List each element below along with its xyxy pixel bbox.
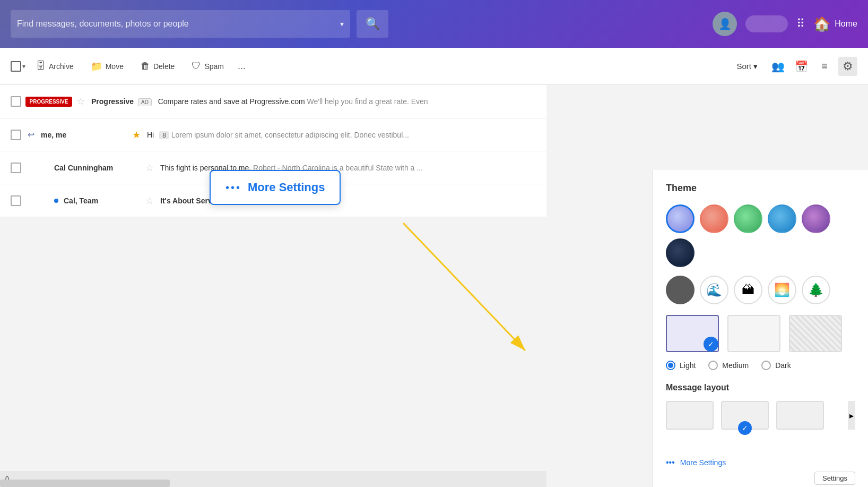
toolbar: ▾ 🗄 Archive 📁 Move 🗑 Delete 🛡 Spam ... S… — [0, 48, 868, 85]
people-view-button[interactable]: 👥 — [768, 57, 787, 76]
email-subject: Progressive AD Compare rates and save at… — [91, 97, 536, 106]
settings-panel-button[interactable]: ⚙ — [838, 57, 857, 76]
email-checkbox[interactable] — [11, 96, 21, 107]
theme-sunset-image[interactable]: 🌅 — [768, 276, 796, 304]
dark-radio-circle — [761, 361, 771, 370]
spam-icon: 🛡 — [192, 61, 201, 72]
theme-purple-circle[interactable] — [802, 204, 830, 233]
unread-indicator — [54, 199, 58, 203]
theme-ocean-image[interactable]: 🌊 — [700, 276, 728, 304]
message-layout-2[interactable]: ✓ — [721, 401, 769, 430]
tooltip-text: More Settings — [248, 181, 325, 194]
sort-button[interactable]: Sort ▾ — [730, 58, 764, 74]
username-display — [745, 15, 788, 32]
light-label: Light — [680, 361, 696, 370]
reply-icon: ↩ — [28, 130, 34, 140]
email-sender: Cal, Team — [64, 196, 98, 205]
dark-label: Dark — [775, 361, 791, 370]
email-checkbox[interactable] — [11, 130, 21, 140]
spam-label: Spam — [204, 62, 224, 71]
home-button[interactable]: 🏠 Home — [813, 16, 857, 32]
archive-button[interactable]: 🗄 Archive — [30, 57, 80, 75]
select-all-container: ▾ — [11, 61, 25, 72]
search-bar: ▾ — [11, 10, 350, 38]
message-layout-3[interactable] — [776, 401, 824, 430]
settings-panel: Theme 🌊 🏔 🌅 🌲 ✓ — [653, 170, 868, 487]
email-checkbox[interactable] — [11, 195, 21, 206]
theme-orange-circle[interactable] — [700, 204, 728, 233]
more-settings-row[interactable]: ••• More Settings — [666, 449, 855, 467]
home-icon: 🏠 — [813, 16, 830, 32]
calendar-view-button[interactable]: 📅 — [792, 57, 811, 76]
header: ▾ 🔍 👤 ⠿ 🏠 Home — [0, 0, 868, 48]
message-layout-title: Message layout — [666, 383, 855, 392]
star-icon[interactable]: ☆ — [145, 195, 154, 207]
ad-badge: AD — [138, 98, 152, 106]
search-button[interactable]: 🔍 — [357, 10, 388, 38]
theme-dark-circle[interactable] — [666, 238, 695, 267]
more-settings-tooltip: ••• More Settings — [210, 170, 341, 205]
settings-button[interactable]: Settings — [814, 472, 855, 485]
tooltip-dots-icon: ••• — [225, 182, 241, 194]
theme-forest-image[interactable]: 🌲 — [802, 276, 830, 304]
list-view-button[interactable]: ≡ — [815, 57, 834, 76]
theme-grey-circle[interactable] — [666, 276, 695, 304]
light-radio-circle — [666, 361, 675, 370]
home-label: Home — [835, 19, 857, 29]
horizontal-scrollbar[interactable] — [0, 480, 170, 487]
star-icon[interactable]: ☆ — [76, 96, 85, 107]
sort-label: Sort — [736, 62, 751, 71]
density-radio-group: Light Medium Dark — [666, 361, 855, 370]
more-actions-button[interactable]: ... — [235, 57, 249, 75]
move-icon: 📁 — [91, 61, 102, 72]
annotation-arrow — [297, 196, 562, 382]
email-row[interactable]: ↩ me, me ★ Hi 8 Lorem ipsum dolor sit am… — [0, 118, 546, 151]
light-radio-dot — [668, 363, 673, 368]
medium-radio[interactable]: Medium — [708, 361, 749, 370]
move-button[interactable]: 📁 Move — [84, 57, 130, 75]
email-count-badge: 8 — [159, 131, 169, 139]
dark-radio[interactable]: Dark — [761, 361, 791, 370]
more-settings-label: More Settings — [680, 458, 726, 467]
theme-blue-circle[interactable] — [666, 204, 695, 233]
progressive-logo: PROGRESSIVE — [28, 91, 70, 112]
theme-green-circle[interactable] — [734, 204, 762, 233]
delete-label: Delete — [153, 62, 175, 71]
delete-button[interactable]: 🗑 Delete — [134, 57, 181, 75]
email-checkbox[interactable] — [11, 163, 21, 173]
settings-theme-title: Theme — [666, 183, 855, 194]
theme-photo-row: 🌊 🏔 🌅 🌲 — [666, 276, 855, 304]
sort-chevron-icon: ▾ — [753, 62, 758, 71]
theme-mountain-image[interactable]: 🏔 — [734, 276, 762, 304]
avatar[interactable]: 👤 — [713, 12, 737, 36]
delete-icon: 🗑 — [141, 61, 150, 72]
email-row[interactable]: PROGRESSIVE ☆ Progressive AD Compare rat… — [0, 85, 546, 118]
apps-grid-icon[interactable]: ⠿ — [796, 17, 805, 31]
archive-icon: 🗄 — [36, 61, 46, 72]
star-icon[interactable]: ☆ — [145, 162, 154, 174]
search-input[interactable] — [17, 19, 336, 29]
layout-preview-1[interactable]: ✓ — [666, 315, 719, 352]
scroll-right-icon[interactable]: ▸ — [848, 401, 855, 430]
main-content: PROGRESSIVE ☆ Progressive AD Compare rat… — [0, 85, 868, 217]
star-icon[interactable]: ★ — [132, 129, 141, 141]
medium-radio-circle — [708, 361, 718, 370]
spam-button[interactable]: 🛡 Spam — [185, 57, 230, 75]
light-radio[interactable]: Light — [666, 361, 696, 370]
bottom-area: 0 — [0, 471, 546, 487]
select-dropdown-icon[interactable]: ▾ — [22, 63, 25, 70]
theme-teal-circle[interactable] — [768, 204, 796, 233]
move-label: Move — [106, 62, 124, 71]
email-sender: Cal Cunningham — [54, 164, 139, 172]
message-layout-1[interactable] — [666, 401, 714, 430]
theme-color-row1 — [666, 204, 855, 267]
layout-preview-2[interactable] — [727, 315, 780, 352]
archive-label: Archive — [49, 62, 74, 71]
svg-line-1 — [403, 223, 525, 351]
header-right: 👤 ⠿ 🏠 Home — [713, 12, 857, 36]
layout-preview-3[interactable] — [789, 315, 842, 352]
email-sender: me, me — [41, 131, 126, 139]
more-settings-dots-icon: ••• — [666, 458, 675, 467]
search-dropdown-icon[interactable]: ▾ — [340, 20, 344, 28]
select-all-checkbox[interactable] — [11, 61, 21, 72]
